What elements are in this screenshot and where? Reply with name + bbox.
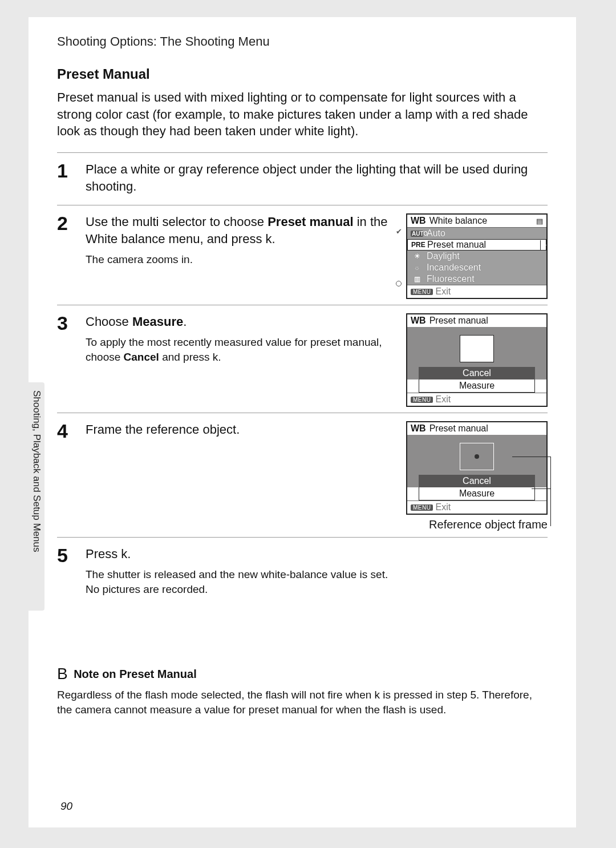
step-note: The camera zooms in. <box>86 252 398 267</box>
menu-badge-icon: MENU <box>411 289 433 295</box>
ok-button-glyph: k <box>121 547 127 561</box>
lcd-title: Preset manual <box>429 423 488 434</box>
note-text-part: Regardless of the flash mode selected, t… <box>57 689 375 701</box>
step-text: . <box>183 314 187 329</box>
pre-icon: PRE <box>411 241 424 249</box>
menu-badge-icon: MENU <box>411 397 433 403</box>
menu-item-label: Auto <box>427 228 445 239</box>
step-note: The shutter is released and the new whit… <box>86 567 548 582</box>
scroll-indicator-icon <box>396 281 402 286</box>
step-number: 3 <box>57 313 76 333</box>
step-text: Use the multi selector to choose <box>86 215 268 229</box>
lcd-footer: MENU Exit <box>407 393 546 406</box>
sun-icon: ☀ <box>411 252 423 260</box>
preview-frame <box>460 335 494 362</box>
lcd-footer: MENU Exit <box>407 285 546 298</box>
step-title: Use the multi selector to choose Preset … <box>86 213 398 247</box>
step-title: Choose Measure. <box>86 313 398 330</box>
ok-button-glyph: k <box>266 232 272 246</box>
side-tab: Shooting, Playback and Setup Menus <box>29 382 44 611</box>
step-text: . <box>127 547 131 561</box>
note-heading: Note on Preset Manual <box>74 668 197 680</box>
cancel-button[interactable]: Cancel <box>419 367 535 379</box>
lcd-preset-manual: WB Preset manual Cancel Measure MENU Exi… <box>406 313 548 407</box>
menu-item-label: Fluorescent <box>427 274 475 284</box>
manual-page: Shooting, Playback and Setup Menus Shoot… <box>29 17 576 827</box>
lcd-footer: MENU Exit <box>407 500 546 514</box>
menu-icon: ▤ <box>536 217 543 225</box>
leader-line <box>532 488 551 489</box>
menu-item-fluorescent[interactable]: ▥Fluorescent <box>407 273 546 285</box>
menu-item-label: Preset manual <box>427 240 486 250</box>
wb-icon: WB <box>411 423 426 434</box>
intro-paragraph: Preset manual is used with mixed lightin… <box>57 89 548 140</box>
step-note-bold: Cancel <box>124 351 159 363</box>
menu-item-daylight[interactable]: ☀Daylight <box>407 251 546 262</box>
breadcrumb: Shooting Options: The Shooting Menu <box>57 34 548 49</box>
step-text: Choose <box>86 314 132 329</box>
leader-line <box>512 457 551 457</box>
wb-icon: WB <box>411 216 426 226</box>
lcd-preview-area: Cancel <box>407 435 546 487</box>
step-text-bold: Measure <box>132 314 183 329</box>
step-title: Press k. <box>86 546 548 563</box>
lcd-title: White balance <box>429 216 487 226</box>
step-5: 5 Press k. The shutter is released and t… <box>57 537 548 602</box>
step-number: 2 <box>57 213 76 233</box>
exit-label: Exit <box>435 394 451 405</box>
fluorescent-icon: ▥ <box>411 275 423 283</box>
menu-badge-icon: MENU <box>411 504 433 511</box>
step-text: Press <box>86 547 121 561</box>
reference-frame-caption: Reference object frame <box>406 518 548 531</box>
step-text: Place a white or gray reference object <box>86 162 299 176</box>
step-number: 4 <box>57 421 76 441</box>
check-icon: ✔ <box>396 227 402 236</box>
leader-line <box>550 457 551 526</box>
section-heading: Preset Manual <box>57 66 548 82</box>
step-text: . <box>272 232 275 246</box>
step-note: To apply the most recently measured valu… <box>86 335 398 364</box>
step-text-bold: Preset manual <box>268 215 353 229</box>
step-4: 4 Frame the reference object. WB Preset … <box>57 413 548 537</box>
bulb-icon: ☼ <box>411 264 423 272</box>
step-3: 3 Choose Measure. To apply the most rece… <box>57 305 548 413</box>
step-number: 1 <box>57 161 76 180</box>
menu-item-auto[interactable]: AUTOAuto <box>407 228 546 239</box>
menu-item-label: Daylight <box>427 251 460 261</box>
cancel-button[interactable]: Cancel <box>419 475 535 487</box>
step-note-text: and press <box>159 351 213 363</box>
note-text: Regardless of the flash mode selected, t… <box>57 688 548 717</box>
wb-icon: WB <box>411 316 426 326</box>
step-2: 2 Use the multi selector to choose Prese… <box>57 205 548 305</box>
lcd-header: WB White balance ▤ <box>407 215 546 228</box>
menu-item-preset-manual[interactable]: PREPreset manual <box>407 239 546 251</box>
step-note-text: . <box>218 351 221 363</box>
lcd-header: WB Preset manual <box>407 422 546 435</box>
page-number: 90 <box>60 800 72 813</box>
step-title: Place a white or gray reference object u… <box>86 161 548 195</box>
ok-button-glyph: k <box>375 689 380 701</box>
lcd-menu-list: AUTOAuto PREPreset manual ☀Daylight ☼Inc… <box>407 228 546 285</box>
menu-item-incandescent[interactable]: ☼Incandescent <box>407 262 546 273</box>
step-title: Frame the reference object. <box>86 421 398 438</box>
measure-button[interactable]: Measure <box>419 379 535 393</box>
note-icon: B <box>57 665 68 683</box>
auto-icon: AUTO <box>411 231 423 237</box>
step-1: 1 Place a white or gray reference object… <box>57 152 548 205</box>
menu-item-label: Incandescent <box>427 263 481 273</box>
side-section-label: Shooting, Playback and Setup Menus <box>32 390 42 601</box>
lcd-header: WB Preset manual <box>407 314 546 327</box>
exit-label: Exit <box>435 502 451 512</box>
exit-label: Exit <box>435 286 451 297</box>
step-number: 5 <box>57 546 76 565</box>
lcd-white-balance-menu: WB White balance ▤ AUTOAuto PREPreset ma… <box>406 213 548 299</box>
lcd-reference-frame: WB Preset manual Cancel Measure <box>406 421 548 515</box>
note-on-preset-manual: B Note on Preset Manual Regardless of th… <box>57 665 548 717</box>
lcd-title: Preset manual <box>429 316 488 326</box>
lcd-preview-area: Cancel <box>407 327 546 379</box>
measure-button[interactable]: Measure <box>419 487 535 500</box>
step-note: No pictures are recorded. <box>86 582 548 597</box>
ok-button-glyph: k <box>213 351 218 363</box>
